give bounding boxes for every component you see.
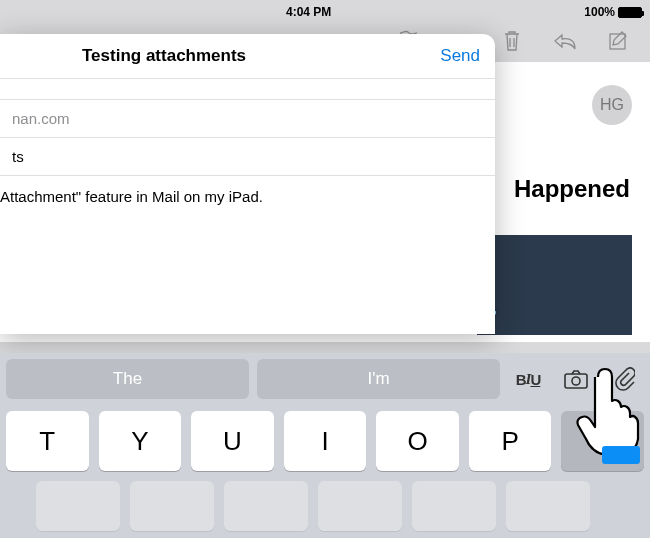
compose-cc-row[interactable]: nan.com [0, 100, 495, 138]
compose-title: Testing attachments [82, 46, 246, 66]
mail-inline-image: er [477, 235, 632, 335]
key-row2-4[interactable] [318, 481, 402, 531]
compose-body[interactable]: Attachment" feature in Mail on my iPad. [0, 176, 495, 205]
key-row-2 [6, 481, 644, 536]
compose-to-row[interactable] [0, 79, 495, 100]
keyboard-suggestion-bar: The I'm BIU [6, 359, 644, 399]
key-row2-2[interactable] [130, 481, 214, 531]
subject-fragment: ts [12, 148, 24, 165]
trash-icon[interactable] [502, 29, 522, 57]
compose-icon[interactable] [608, 30, 630, 56]
avatar-initials: HG [600, 96, 624, 114]
key-row2-6[interactable] [506, 481, 590, 531]
compose-popover: Testing attachments Send nan.com ts Atta… [0, 34, 495, 334]
body-text-fragment: Attachment" feature in Mail on my iPad. [0, 188, 263, 205]
status-time: 4:04 PM [186, 5, 464, 19]
battery-percent: 100% [584, 5, 615, 19]
status-bar: 4:04 PM 100% [0, 3, 650, 21]
to-value-fragment: nan.com [12, 110, 70, 127]
reply-icon[interactable] [552, 31, 578, 55]
key-Y[interactable]: Y [99, 411, 182, 471]
key-T[interactable]: T [6, 411, 89, 471]
status-battery-area: 100% [464, 5, 642, 19]
compose-subject-row[interactable]: ts [0, 138, 495, 176]
key-I[interactable]: I [284, 411, 367, 471]
keyboard: The I'm BIU T Y U I O P [0, 353, 650, 538]
format-button[interactable]: BIU [508, 371, 548, 388]
mail-subject-background: Happened [514, 175, 630, 203]
key-row-1: T Y U I O P [6, 411, 644, 471]
key-P[interactable]: P [469, 411, 552, 471]
suggestion-1[interactable]: The [6, 359, 249, 399]
hand-cursor-overlay [570, 365, 640, 459]
key-row2-5[interactable] [412, 481, 496, 531]
key-row2-1[interactable] [36, 481, 120, 531]
key-O[interactable]: O [376, 411, 459, 471]
battery-icon [618, 7, 642, 18]
compose-header: Testing attachments Send [0, 34, 495, 79]
key-row2-3[interactable] [224, 481, 308, 531]
suggestion-2[interactable]: I'm [257, 359, 500, 399]
highlight-box [602, 446, 640, 464]
key-U[interactable]: U [191, 411, 274, 471]
send-button[interactable]: Send [440, 46, 480, 66]
avatar[interactable]: HG [592, 85, 632, 125]
